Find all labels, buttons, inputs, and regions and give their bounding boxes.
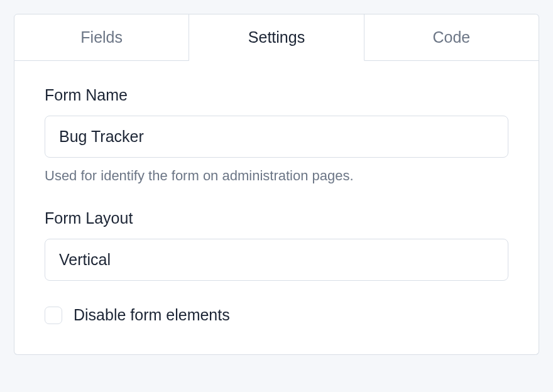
tab-content-settings: Form Name Used for identify the form on … xyxy=(14,61,539,355)
tabs-nav: Fields Settings Code xyxy=(14,14,539,61)
form-name-input[interactable] xyxy=(45,116,508,158)
form-name-label: Form Name xyxy=(45,86,508,104)
disable-elements-label[interactable]: Disable form elements xyxy=(74,306,230,324)
tab-code[interactable]: Code xyxy=(364,14,539,61)
tab-settings[interactable]: Settings xyxy=(189,14,364,61)
form-layout-label: Form Layout xyxy=(45,209,508,227)
form-layout-group: Form Layout xyxy=(45,209,508,281)
tab-fields[interactable]: Fields xyxy=(14,14,189,61)
form-name-group: Form Name Used for identify the form on … xyxy=(45,86,508,184)
form-layout-select-wrapper xyxy=(45,239,508,281)
form-config-panel: Fields Settings Code Form Name Used for … xyxy=(14,14,539,355)
disable-elements-group: Disable form elements xyxy=(45,306,508,324)
form-name-help: Used for identify the form on administra… xyxy=(45,168,508,184)
disable-elements-checkbox[interactable] xyxy=(45,307,62,324)
disable-elements-row: Disable form elements xyxy=(45,306,508,324)
form-layout-select[interactable] xyxy=(45,239,508,281)
